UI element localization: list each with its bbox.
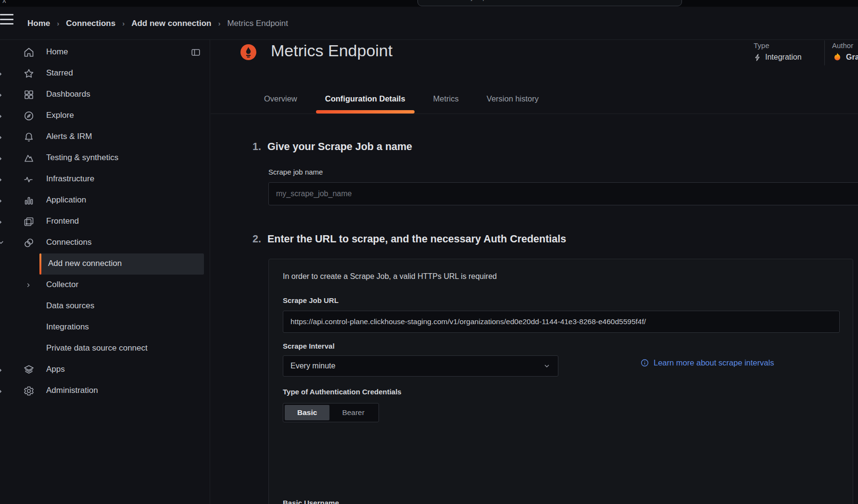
active-item-accent-bar — [39, 253, 41, 275]
search-placeholder: Search or jump to... — [438, 0, 501, 1]
url-requirement-text: In order to create a Scrape Job, a valid… — [283, 272, 497, 281]
sidebar-item-frontend[interactable]: Frontend — [0, 211, 210, 232]
search-input[interactable]: Search or jump to... — [417, 0, 682, 6]
scrape-interval-label: Scrape Interval — [283, 342, 335, 350]
breadcrumb-bar: Home › Connections › Add new connection … — [0, 7, 858, 40]
type-value: Integration — [754, 53, 802, 62]
search-icon — [426, 0, 433, 0]
info-icon — [640, 358, 649, 367]
caret-glyph: ^ — [2, 0, 6, 6]
author-label: Author — [832, 41, 853, 50]
tab-bar: Overview Configuration Details Metrics V… — [211, 77, 858, 114]
auth-config-panel: In order to create a Scrape Job, a valid… — [268, 259, 853, 504]
menu-toggle-button[interactable] — [0, 14, 14, 25]
chevron-down-icon — [543, 362, 551, 370]
chevron-right-icon[interactable] — [0, 134, 4, 140]
compass-icon — [23, 110, 35, 122]
meta-divider — [824, 40, 825, 65]
gear-icon — [23, 385, 35, 397]
sidebar: Home Starred Dashboards Explore — [0, 40, 210, 504]
breadcrumb-separator: › — [122, 19, 125, 27]
chevron-right-icon[interactable] — [0, 176, 4, 182]
sidebar-item-add-new-connection[interactable]: Add new connection — [0, 253, 210, 275]
scrape-job-url-input[interactable] — [283, 311, 840, 333]
section-2-heading: 2. Enter the URL to scrape, and the nece… — [252, 233, 566, 245]
tab-version-history[interactable]: Version history — [477, 84, 549, 113]
section-number: 1. — [252, 141, 261, 153]
chevron-right-icon[interactable] — [0, 113, 4, 119]
section-number: 2. — [252, 233, 261, 245]
section-1-heading: 1. Give your Scrape Job a name — [252, 141, 412, 153]
tab-overview[interactable]: Overview — [254, 84, 307, 113]
main-content: Metrics Endpoint Type Integration Author… — [211, 40, 858, 504]
auth-basic-button[interactable]: Basic — [285, 405, 329, 420]
prometheus-logo-icon — [240, 44, 256, 60]
scrape-intervals-learn-more-link[interactable]: Learn more about scrape intervals — [640, 358, 774, 367]
sidebar-item-connections[interactable]: Connections — [0, 232, 210, 253]
bolt-icon — [754, 53, 762, 62]
auth-type-label: Type of Authentication Credentials — [283, 388, 402, 396]
basic-username-label: Basic Username — [283, 499, 339, 504]
grafana-logo-icon — [832, 52, 843, 63]
section-title: Give your Scrape Job a name — [267, 141, 412, 153]
breadcrumb-connections[interactable]: Connections — [66, 19, 115, 28]
breadcrumb-separator: › — [57, 19, 59, 27]
chevron-right-icon[interactable] — [0, 155, 4, 161]
chevron-right-icon[interactable] — [0, 219, 4, 225]
page-title: Metrics Endpoint — [271, 41, 392, 60]
sidebar-item-testing-synthetics[interactable]: Testing & synthetics — [0, 148, 210, 169]
breadcrumb-add-new-connection[interactable]: Add new connection — [131, 19, 211, 28]
sidebar-item-collector[interactable]: Collector — [0, 275, 210, 296]
auth-type-radio-group: Basic Bearer — [283, 403, 379, 422]
scrape-job-name-input[interactable] — [268, 182, 858, 205]
author-value: Grafana — [832, 52, 858, 63]
breadcrumb-separator: › — [218, 19, 220, 27]
scrape-interval-select[interactable]: Every minute — [283, 355, 558, 377]
dock-sidebar-icon[interactable] — [190, 47, 201, 58]
sidebar-item-integrations[interactable]: Integrations — [0, 317, 210, 338]
bar-chart-icon — [23, 195, 35, 206]
sidebar-item-apps[interactable]: Apps — [0, 359, 210, 380]
home-icon — [23, 47, 35, 58]
chevron-right-icon[interactable] — [0, 388, 4, 394]
auth-bearer-button[interactable]: Bearer — [329, 405, 377, 420]
sidebar-item-starred[interactable]: Starred — [0, 63, 210, 84]
layers-icon — [23, 364, 35, 376]
configuration-form: 1. Give your Scrape Job a name Scrape jo… — [211, 114, 858, 504]
link-rings-icon — [23, 237, 35, 249]
pulse-icon — [23, 174, 35, 185]
sidebar-item-administration[interactable]: Administration — [0, 380, 210, 402]
chevron-right-icon[interactable] — [0, 198, 4, 203]
tab-metrics[interactable]: Metrics — [423, 84, 469, 113]
breadcrumb-current: Metrics Endpoint — [227, 19, 288, 28]
section-title: Enter the URL to scrape, and the necessa… — [267, 233, 566, 245]
sidebar-item-alerts-irm[interactable]: Alerts & IRM — [0, 126, 210, 148]
sidebar-item-private-data-source-connect[interactable]: Private data source connect — [0, 338, 210, 359]
sidebar-item-dashboards[interactable]: Dashboards — [0, 84, 210, 105]
sidebar-item-explore[interactable]: Explore — [0, 105, 210, 126]
scrape-job-url-label: Scrape Job URL — [283, 296, 339, 304]
sidebar-item-infrastructure[interactable]: Infrastructure — [0, 169, 210, 190]
breadcrumb: Home › Connections › Add new connection … — [27, 7, 288, 40]
chevron-right-icon[interactable] — [0, 92, 4, 98]
tab-configuration-details[interactable]: Configuration Details — [315, 84, 416, 113]
grafana-app: Search or jump to... ^ Home › Connection… — [0, 0, 858, 504]
scrape-job-name-label: Scrape job name — [268, 168, 323, 176]
selected-interval: Every minute — [290, 362, 335, 370]
dashboards-grid-icon — [23, 89, 35, 101]
bell-icon — [23, 131, 35, 143]
chevron-right-icon[interactable] — [0, 367, 4, 373]
star-icon — [23, 68, 35, 79]
breadcrumb-home[interactable]: Home — [27, 19, 50, 28]
chevron-down-icon[interactable] — [0, 241, 4, 247]
chevron-right-icon[interactable] — [0, 71, 4, 76]
browser-icon — [23, 216, 35, 227]
mountain-icon — [23, 152, 35, 164]
chevron-right-icon[interactable] — [25, 282, 32, 289]
sidebar-item-application[interactable]: Application — [0, 190, 210, 211]
sidebar-item-data-sources[interactable]: Data sources — [0, 296, 210, 317]
sidebar-item-home[interactable]: Home — [0, 42, 210, 63]
type-label: Type — [754, 41, 770, 50]
